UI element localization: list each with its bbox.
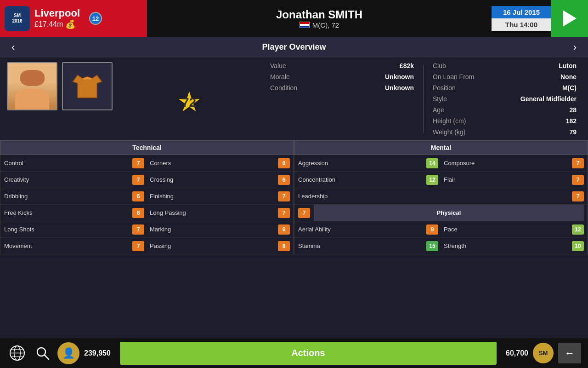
manager-icon: 👤 bbox=[62, 347, 75, 359]
age-row: Age 28 bbox=[433, 106, 577, 114]
longshots-cell: Long Shots 7 Marking 6 bbox=[0, 221, 294, 238]
morale-row: Morale Unknown bbox=[270, 73, 414, 80]
aggression-badge: 14 bbox=[426, 158, 438, 168]
dribbling-badge: 6 bbox=[132, 191, 144, 201]
coins-display: 60,700 bbox=[506, 349, 528, 357]
player-shirt bbox=[62, 62, 113, 110]
top-bar: SM2016 Liverpool £17.44m 💰 12 Jonathan S… bbox=[0, 0, 588, 37]
skills-row-4: Long Shots 7 Marking 6 Aerial Ability 9 … bbox=[0, 221, 588, 238]
sm-badge-icon: SM bbox=[533, 343, 554, 363]
star-rating: ★ 72 bbox=[177, 88, 202, 110]
aggression-cell: Aggression 14 Composure 7 bbox=[294, 155, 588, 172]
passing-badge: 8 bbox=[278, 241, 290, 251]
rating-number: 72 bbox=[182, 95, 196, 110]
mental-header: Mental bbox=[294, 140, 588, 155]
player-section: ★ 72 Value £82k Morale Unknown Condition… bbox=[0, 58, 588, 140]
player-stats-left: Value £82k Morale Unknown Condition Unkn… bbox=[266, 62, 418, 136]
physical-sub-header: Physical bbox=[314, 205, 584, 221]
creativity-badge: 7 bbox=[132, 175, 144, 185]
date-text: 16 Jul 2015 bbox=[498, 8, 544, 16]
globe-icon bbox=[9, 345, 25, 361]
back-arrow-icon: ← bbox=[565, 347, 575, 359]
club-info: Liverpool £17.44m 💰 bbox=[34, 7, 80, 29]
top-right: 16 Jul 2015 Thu 14:00 bbox=[492, 0, 588, 37]
player-name-header: Jonathan SMITH bbox=[147, 8, 492, 21]
player-rating-block: ★ 72 bbox=[117, 62, 261, 136]
condition-row: Condition Unknown bbox=[270, 84, 414, 92]
skills-section: Technical Mental Control 7 Corners 6 Agg… bbox=[0, 140, 588, 254]
globe-button[interactable] bbox=[7, 343, 28, 363]
aerialability-badge: 9 bbox=[426, 224, 438, 235]
page-title: Player Overview bbox=[19, 42, 568, 52]
aerialability-cell: Aerial Ability 9 Pace 12 bbox=[294, 221, 588, 238]
skills-row-2: Dribbling 6 Finishing 7 Leadership 7 bbox=[0, 188, 588, 205]
nav-bar: ‹ Player Overview › bbox=[0, 37, 588, 58]
finishing-badge: 7 bbox=[278, 191, 290, 201]
actions-button[interactable]: Actions bbox=[120, 342, 497, 365]
movement-badge: 7 bbox=[132, 241, 144, 251]
technical-header: Technical bbox=[0, 140, 294, 155]
freekicks-cell: Free Kicks 8 Long Passing 7 bbox=[0, 205, 294, 221]
time-block: Thu 14:00 bbox=[492, 18, 551, 31]
time-text: Thu 14:00 bbox=[498, 21, 544, 29]
style-row: Style General Midfielder bbox=[433, 95, 577, 103]
position-row: Position M(C) bbox=[433, 84, 577, 92]
longpassing-badge: 7 bbox=[278, 208, 290, 218]
main-content: ★ 72 Value £82k Morale Unknown Condition… bbox=[0, 58, 588, 338]
back-nav-arrow[interactable]: ‹ bbox=[7, 41, 19, 53]
england-flag-icon bbox=[300, 22, 310, 28]
composure-badge: 7 bbox=[572, 158, 584, 168]
strength-badge: 10 bbox=[572, 241, 584, 251]
club-name: Liverpool bbox=[34, 7, 80, 19]
movement-cell: Movement 7 Passing 8 bbox=[0, 238, 294, 254]
skills-headers: Technical Mental bbox=[0, 140, 588, 155]
stamina-badge: 15 bbox=[426, 241, 438, 251]
bottom-bar: 👤 239,950 Actions 60,700 SM ← bbox=[0, 338, 588, 368]
search-button[interactable] bbox=[32, 343, 53, 363]
mental-7-badge: 7 bbox=[298, 208, 310, 218]
mental-val7-cell: 7 Physical bbox=[294, 205, 588, 221]
corners-badge: 6 bbox=[278, 158, 290, 168]
search-icon bbox=[36, 346, 50, 360]
money-icon: 💰 bbox=[65, 19, 75, 29]
skills-row-5: Movement 7 Passing 8 Stamina 15 Strength… bbox=[0, 238, 588, 254]
longshots-badge: 7 bbox=[132, 224, 144, 235]
control-badge: 7 bbox=[132, 158, 144, 168]
date-block: 16 Jul 2015 bbox=[492, 6, 551, 18]
dribbling-cell: Dribbling 6 Finishing 7 bbox=[0, 188, 294, 205]
svg-line-8 bbox=[45, 355, 49, 359]
skills-row-1: Creativity 7 Crossing 6 Concentration 12… bbox=[0, 172, 588, 188]
weight-row: Weight (kg) 79 bbox=[433, 128, 577, 136]
flair-badge: 7 bbox=[572, 175, 584, 185]
leadership-cell: Leadership 7 bbox=[294, 188, 588, 205]
concentration-badge: 12 bbox=[426, 175, 438, 185]
forward-nav-arrow[interactable]: › bbox=[569, 41, 581, 53]
stamina-cell: Stamina 15 Strength 10 bbox=[294, 238, 588, 254]
skills-row-3: Free Kicks 8 Long Passing 7 7 Physical bbox=[0, 205, 588, 221]
creativity-cell: Creativity 7 Crossing 6 bbox=[0, 172, 294, 188]
manager-button[interactable]: 👤 bbox=[57, 342, 79, 364]
player-photo bbox=[7, 62, 57, 110]
back-arrow-button[interactable]: ← bbox=[558, 343, 581, 363]
club-section: SM2016 Liverpool £17.44m 💰 12 bbox=[0, 0, 147, 37]
leadership-badge: 7 bbox=[572, 191, 584, 201]
shirt-icon bbox=[71, 70, 103, 103]
player-header: Jonathan SMITH M(C), 72 bbox=[147, 8, 492, 29]
concentration-cell: Concentration 12 Flair 7 bbox=[294, 172, 588, 188]
player-subtitle: M(C), 72 bbox=[147, 21, 492, 29]
player-details-right: Club Luton On Loan From None Position M(… bbox=[428, 62, 581, 136]
bottom-right: 60,700 SM ← bbox=[506, 343, 581, 363]
notification-badge[interactable]: 12 bbox=[89, 12, 102, 25]
control-cell: Control 7 Corners 6 bbox=[0, 155, 294, 172]
play-icon bbox=[563, 10, 577, 27]
play-button[interactable] bbox=[551, 0, 588, 37]
value-row: Value £82k bbox=[270, 62, 414, 69]
svg-marker-1 bbox=[83, 77, 92, 80]
freekicks-badge: 8 bbox=[132, 208, 144, 218]
club-balance: £17.44m 💰 bbox=[34, 19, 80, 29]
height-row: Height (cm) 182 bbox=[433, 117, 577, 125]
club-row: Club Luton bbox=[433, 62, 577, 69]
player-face bbox=[8, 63, 57, 109]
skills-row-0: Control 7 Corners 6 Aggression 14 Compos… bbox=[0, 155, 588, 172]
divider bbox=[423, 64, 424, 133]
